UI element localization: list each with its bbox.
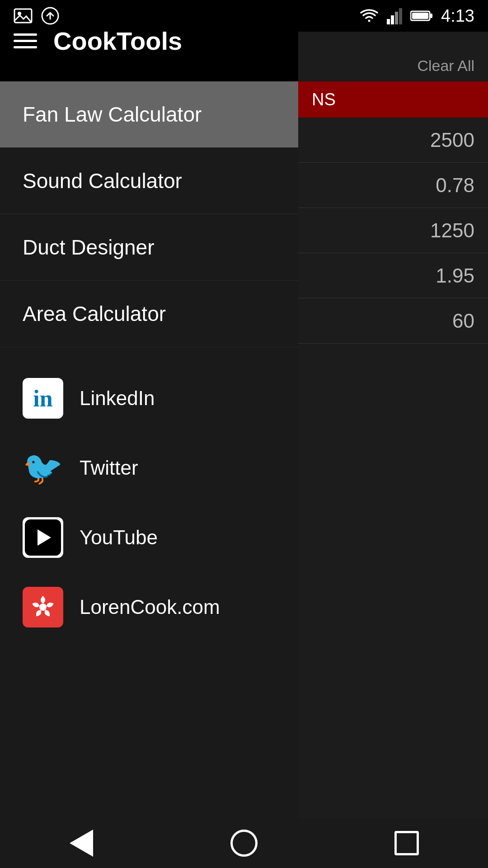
recents-button[interactable] xyxy=(380,825,434,861)
home-button[interactable] xyxy=(217,825,271,861)
drawer-navigation: Fan Law Calculator Sound Calculator Duct… xyxy=(0,81,298,868)
youtube-label: YouTube xyxy=(80,526,158,549)
svg-rect-10 xyxy=(412,13,428,19)
value-row-4: 1.95 xyxy=(298,253,488,298)
social-item-twitter[interactable]: 🐦 Twitter xyxy=(0,435,298,501)
svg-point-0 xyxy=(39,604,47,611)
status-time: 4:13 xyxy=(441,6,474,26)
battery-icon xyxy=(410,9,433,23)
back-button[interactable] xyxy=(54,825,108,861)
svg-rect-5 xyxy=(391,15,394,24)
value-1250: 1250 xyxy=(430,219,474,242)
nav-item-area-calculator[interactable]: Area Calculator xyxy=(0,281,298,347)
hamburger-menu-icon[interactable] xyxy=(14,33,37,48)
nav-item-duct-designer[interactable]: Duct Designer xyxy=(0,214,298,281)
section-ns-label: NS xyxy=(312,90,336,109)
signal-icon xyxy=(387,6,402,25)
back-icon xyxy=(70,830,93,857)
clear-all-button[interactable]: Clear All xyxy=(417,57,474,75)
lorencook-label: LorenCook.com xyxy=(80,596,220,618)
drawer-overlay: CookTools Fan Law Calculator Sound Calcu… xyxy=(0,0,488,868)
lorencook-icon xyxy=(23,587,63,627)
social-links: in LinkedIn 🐦 Twitter Y xyxy=(0,347,298,667)
value-row-5: 60 xyxy=(298,298,488,344)
social-item-linkedin[interactable]: in LinkedIn xyxy=(0,365,298,431)
linkedin-label: LinkedIn xyxy=(80,387,155,410)
value-row-2: 0.78 xyxy=(298,163,488,208)
linkedin-icon: in xyxy=(23,378,63,419)
twitter-label: Twitter xyxy=(80,457,138,479)
bottom-navigation-bar xyxy=(0,818,488,868)
clear-all-area: Clear All xyxy=(298,50,488,81)
wifi-icon xyxy=(360,6,379,25)
social-item-youtube[interactable]: YouTube xyxy=(0,505,298,571)
recents-icon xyxy=(394,831,419,855)
drawer-panel: CookTools Fan Law Calculator Sound Calcu… xyxy=(0,0,298,868)
social-item-lorencook[interactable]: LorenCook.com xyxy=(0,574,298,640)
svg-rect-7 xyxy=(399,8,402,24)
value-078: 0.78 xyxy=(436,174,474,197)
nav-item-fan-law[interactable]: Fan Law Calculator xyxy=(0,81,298,148)
section-header-red: NS xyxy=(298,81,488,118)
upload-status-icon xyxy=(41,6,60,25)
status-right-icons: 4:13 xyxy=(360,6,474,26)
status-left-icons xyxy=(14,6,60,25)
twitter-icon: 🐦 xyxy=(23,448,63,488)
svg-point-2 xyxy=(18,12,21,15)
value-row-1: 2500 xyxy=(298,118,488,163)
value-2500: 2500 xyxy=(430,129,474,151)
svg-rect-4 xyxy=(387,19,390,24)
value-195: 1.95 xyxy=(436,264,474,287)
svg-rect-6 xyxy=(395,12,398,24)
home-icon xyxy=(230,830,258,857)
content-behind-panel: Clear All NS 2500 0.78 1250 1.95 60 xyxy=(298,0,488,868)
value-60: 60 xyxy=(452,310,474,332)
nav-item-sound-calculator[interactable]: Sound Calculator xyxy=(0,148,298,214)
svg-rect-9 xyxy=(430,14,432,18)
image-status-icon xyxy=(14,6,33,25)
youtube-icon xyxy=(23,517,63,558)
value-row-3: 1250 xyxy=(298,208,488,253)
